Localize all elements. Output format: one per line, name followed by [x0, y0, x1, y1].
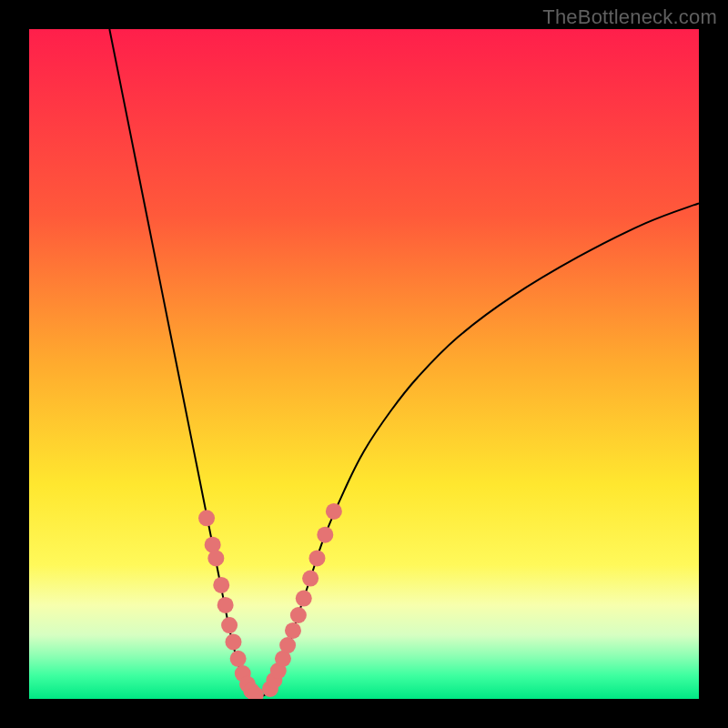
data-point: [317, 527, 333, 543]
data-point: [225, 633, 241, 650]
data-point: [285, 622, 301, 639]
chart-svg: [29, 29, 699, 699]
data-point: [279, 637, 296, 653]
plot-area: [29, 29, 699, 699]
data-point: [326, 503, 342, 520]
data-point: [302, 571, 318, 587]
data-point: [198, 510, 215, 526]
watermark-text: TheBottleneck.com: [542, 5, 717, 29]
data-point: [308, 550, 325, 566]
data-point: [217, 597, 234, 613]
data-point: [296, 591, 312, 607]
data-point: [230, 651, 247, 667]
data-point: [213, 577, 229, 593]
data-point: [221, 617, 238, 633]
data-point: [207, 550, 224, 566]
chart-frame: TheBottleneck.com: [0, 0, 728, 728]
data-point: [290, 607, 307, 623]
